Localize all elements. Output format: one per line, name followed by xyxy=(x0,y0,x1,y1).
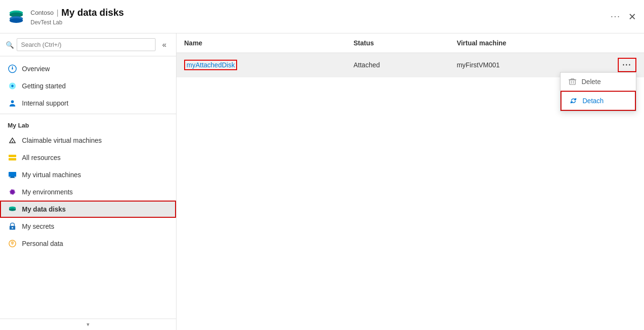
search-icon: 🔍 xyxy=(6,41,14,49)
scroll-down-arrow[interactable]: ▼ xyxy=(85,321,92,328)
col-status: Status xyxy=(346,33,449,53)
svg-point-8 xyxy=(11,100,14,103)
sidebar-item-my-environments-label: My environments xyxy=(22,188,73,196)
table-header: Name Status Virtual machine xyxy=(177,33,644,53)
personal-data-icon xyxy=(8,239,17,248)
context-menu: Delete xyxy=(560,72,636,111)
svg-rect-22 xyxy=(570,80,575,85)
sidebar-item-my-data-disks-label: My data disks xyxy=(22,205,66,213)
getting-started-icon xyxy=(8,81,17,91)
overview-icon xyxy=(8,64,17,74)
sidebar-item-all-resources-label: All resources xyxy=(22,154,61,161)
sidebar-item-my-vms[interactable]: My virtual machines xyxy=(0,166,176,183)
detach-label: Detach xyxy=(582,97,603,105)
sidebar-item-getting-started-label: Getting started xyxy=(22,82,66,90)
context-menu-delete[interactable]: Delete xyxy=(561,73,636,91)
sidebar-item-claimable-vms[interactable]: Claimable virtual machines xyxy=(0,132,176,149)
search-input[interactable] xyxy=(17,38,156,51)
header-title-group: Contoso | My data disks DevTest Lab xyxy=(31,7,605,26)
app-icon xyxy=(8,8,25,25)
my-lab-section-label: My Lab xyxy=(0,114,176,132)
sidebar-item-personal-data-label: Personal data xyxy=(22,240,63,247)
sidebar-item-all-resources[interactable]: All resources xyxy=(0,149,176,166)
disk-actions-cell: ··· xyxy=(610,53,644,77)
sidebar-item-internal-support[interactable]: Internal support xyxy=(0,95,176,112)
svg-rect-11 xyxy=(9,158,16,160)
svg-rect-12 xyxy=(9,172,16,177)
svg-point-3 xyxy=(10,18,23,23)
breadcrumb-org: Contoso xyxy=(31,9,53,16)
col-vm: Virtual machine xyxy=(449,33,610,53)
sidebar-item-overview[interactable]: Overview xyxy=(0,60,176,77)
my-secrets-icon xyxy=(8,222,17,231)
svg-point-6 xyxy=(12,68,13,70)
header-more-button[interactable]: ··· xyxy=(611,11,621,21)
sidebar-item-overview-label: Overview xyxy=(22,65,50,73)
sidebar-item-my-secrets-label: My secrets xyxy=(22,223,54,230)
disk-name-link[interactable]: myAttachedDisk xyxy=(184,60,237,70)
sidebar-item-getting-started[interactable]: Getting started xyxy=(0,77,176,95)
svg-point-20 xyxy=(12,227,13,229)
collapse-button[interactable]: « xyxy=(158,39,170,51)
sidebar-item-my-secrets[interactable]: My secrets xyxy=(0,218,176,235)
my-environments-icon xyxy=(8,187,17,197)
sidebar-search-area: 🔍 « xyxy=(0,33,176,56)
table-row: myAttachedDisk Attached myFirstVM001 ··· xyxy=(177,53,644,77)
main-layout: 🔍 « Overview xyxy=(0,33,644,330)
breadcrumb: Contoso | My data disks xyxy=(31,7,605,18)
col-name: Name xyxy=(177,33,346,53)
sidebar-item-internal-support-label: Internal support xyxy=(22,99,68,107)
sidebar-item-my-data-disks[interactable]: My data disks xyxy=(0,201,176,218)
sidebar-item-my-environments[interactable]: My environments xyxy=(0,183,176,201)
sidebar-item-personal-data[interactable]: Personal data xyxy=(0,235,176,252)
content-area: Name Status Virtual machine myAttachedDi… xyxy=(177,33,644,330)
detach-icon xyxy=(569,96,578,105)
internal-support-icon xyxy=(8,98,17,108)
my-vms-icon xyxy=(8,170,17,180)
disk-more-button[interactable]: ··· xyxy=(618,58,636,72)
data-disks-table: Name Status Virtual machine myAttachedDi… xyxy=(177,33,644,77)
disk-name-cell: myAttachedDisk xyxy=(177,53,346,77)
disk-status-cell: Attached xyxy=(346,53,449,77)
svg-rect-10 xyxy=(9,155,16,157)
context-menu-detach[interactable]: Detach xyxy=(561,91,636,111)
delete-label: Delete xyxy=(582,78,601,85)
sidebar-navigation: Overview Getting started xyxy=(0,56,176,319)
page-title: My data disks xyxy=(62,7,124,18)
sidebar: 🔍 « Overview xyxy=(0,33,177,330)
sidebar-scroll-indicator: ▼ xyxy=(0,319,176,330)
trash-icon xyxy=(568,77,577,86)
all-resources-icon xyxy=(8,153,17,162)
claimable-icon xyxy=(8,136,17,145)
my-data-disks-icon xyxy=(8,204,17,214)
header-subtitle: DevTest Lab xyxy=(31,19,605,26)
close-button[interactable]: ✕ xyxy=(628,12,636,21)
sidebar-item-claimable-vms-label: Claimable virtual machines xyxy=(22,137,102,144)
sidebar-item-my-vms-label: My virtual machines xyxy=(22,171,81,179)
page-header: Contoso | My data disks DevTest Lab ··· … xyxy=(0,0,644,33)
breadcrumb-separator: | xyxy=(56,9,58,17)
